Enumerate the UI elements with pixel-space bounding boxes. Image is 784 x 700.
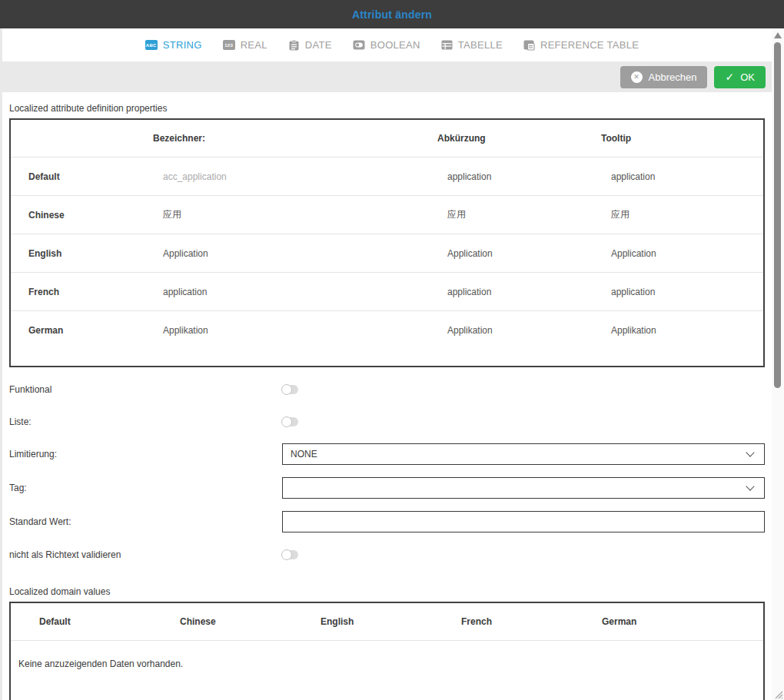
- abkuerzung-cell[interactable]: application: [436, 171, 600, 182]
- dialog-title: Attribut ändern: [352, 8, 432, 21]
- column-header-bezeichner: Bezeichner:: [144, 133, 436, 144]
- table-row-default: Default acc_application application appl…: [11, 157, 763, 195]
- action-toolbar: ✕ Abbrechen ✓ OK: [0, 61, 772, 92]
- scroll-up-arrow-icon[interactable]: [774, 32, 782, 38]
- tab-boolean-label: BOOLEAN: [370, 39, 420, 51]
- date-icon: [288, 40, 300, 51]
- abkuerzung-cell[interactable]: 应用: [436, 208, 600, 221]
- tab-real-label: REAL: [241, 39, 267, 51]
- cancel-button[interactable]: ✕ Abbrechen: [620, 66, 708, 88]
- table-row-german: German Applikation Applikation Applikati…: [11, 310, 763, 349]
- domain-values-table: Default Chinese English French German Ke…: [9, 602, 765, 700]
- funktional-row: Funktional: [9, 381, 765, 398]
- toggle-knob: [281, 384, 292, 395]
- limitierung-label: Limitierung:: [9, 449, 282, 459]
- tab-string-label: STRING: [163, 39, 202, 51]
- bezeichner-cell[interactable]: Application: [144, 248, 436, 259]
- reference-table-icon: [523, 40, 535, 51]
- funktional-label: Funktional: [9, 384, 282, 395]
- cancel-button-label: Abbrechen: [649, 71, 697, 83]
- table-row-english: English Application Application Applicat…: [11, 234, 763, 272]
- ok-button[interactable]: ✓ OK: [714, 66, 766, 88]
- chevron-down-icon: [746, 482, 754, 490]
- tooltip-cell[interactable]: 应用: [600, 208, 763, 221]
- attribute-dialog: Attribut ändern ABC STRING 123 REAL DATE…: [0, 0, 784, 700]
- funktional-toggle[interactable]: [282, 385, 298, 394]
- tooltip-cell[interactable]: Applikation: [600, 325, 763, 336]
- language-label: Default: [11, 171, 144, 182]
- standard-wert-input[interactable]: [282, 511, 765, 532]
- dialog-titlebar: Attribut ändern: [0, 0, 784, 28]
- language-label: French: [11, 287, 144, 297]
- domain-table-header: Default Chinese English French German: [11, 603, 763, 641]
- limitierung-row: Limitierung: NONE: [9, 443, 765, 465]
- bezeichner-cell[interactable]: Applikation: [144, 325, 436, 336]
- dialog-left-edge: [0, 28, 2, 700]
- column-header-chinese: Chinese: [151, 616, 292, 627]
- tab-bar: ABC STRING 123 REAL DATE BOOLEAN TABELLE: [0, 28, 784, 61]
- tooltip-cell[interactable]: application: [600, 171, 763, 182]
- resize-grip-icon[interactable]: [772, 688, 783, 699]
- tab-date[interactable]: DATE: [288, 39, 332, 51]
- column-header-tooltip: Tooltip: [600, 133, 763, 144]
- column-header-abkuerzung: Abkürzung: [436, 133, 600, 144]
- language-label: Chinese: [11, 210, 144, 221]
- tab-tabelle-label: TABELLE: [458, 39, 503, 51]
- table-filler: [11, 349, 763, 366]
- domain-section-label: Localized domain values: [9, 586, 765, 597]
- scrollbar-thumb[interactable]: [774, 42, 781, 388]
- cancel-circle-icon: ✕: [631, 71, 643, 83]
- tab-date-label: DATE: [305, 39, 332, 51]
- bezeichner-cell[interactable]: acc_application: [144, 171, 436, 182]
- liste-label: Liste:: [9, 416, 282, 427]
- liste-toggle[interactable]: [282, 417, 298, 426]
- abkuerzung-cell[interactable]: Applikation: [436, 325, 600, 336]
- abkuerzung-cell[interactable]: Application: [436, 248, 600, 259]
- richtext-toggle[interactable]: [282, 550, 298, 559]
- language-label: English: [11, 248, 144, 259]
- properties-section-label: Localized attribute definition propertie…: [9, 103, 765, 114]
- column-header-default: Default: [11, 616, 151, 627]
- table-row-french: French application application applicati…: [11, 272, 763, 310]
- limitierung-selected-value: NONE: [291, 449, 317, 459]
- table-row-chinese: Chinese 应用 应用 应用: [11, 195, 763, 234]
- chevron-down-icon: [746, 448, 754, 456]
- tag-label: Tag:: [9, 483, 282, 493]
- tab-reference-table-label: REFERENCE TABLE: [540, 39, 639, 51]
- limitierung-select[interactable]: NONE: [282, 443, 765, 465]
- column-header-german: German: [573, 616, 714, 627]
- tab-real[interactable]: 123 REAL: [223, 39, 267, 51]
- properties-table-header: Bezeichner: Abkürzung Tooltip: [11, 120, 763, 157]
- bezeichner-cell[interactable]: application: [144, 287, 436, 297]
- numeric-badge-icon: 123: [223, 40, 235, 50]
- language-label: German: [11, 325, 144, 336]
- tab-reference-table[interactable]: REFERENCE TABLE: [523, 39, 639, 51]
- toggle-knob: [281, 416, 292, 427]
- bezeichner-cell[interactable]: 应用: [144, 208, 436, 221]
- tab-boolean[interactable]: BOOLEAN: [353, 39, 420, 51]
- properties-table: Bezeichner: Abkürzung Tooltip Default ac…: [9, 118, 765, 367]
- tag-select[interactable]: [282, 477, 765, 499]
- liste-row: Liste:: [9, 413, 765, 430]
- ok-button-label: OK: [740, 71, 755, 83]
- toggle-knob: [281, 549, 292, 560]
- tag-row: Tag:: [9, 477, 765, 499]
- tooltip-cell[interactable]: application: [600, 287, 763, 297]
- standard-wert-label: Standard Wert:: [9, 516, 282, 527]
- standard-wert-row: Standard Wert:: [9, 511, 765, 532]
- vertical-scrollbar[interactable]: [772, 28, 784, 700]
- column-header-french: French: [433, 616, 573, 627]
- boolean-icon: [353, 40, 365, 50]
- tab-string[interactable]: ABC STRING: [145, 39, 202, 51]
- tooltip-cell[interactable]: Application: [600, 248, 763, 259]
- dialog-content: Localized attribute definition propertie…: [0, 103, 772, 700]
- tab-tabelle[interactable]: TABELLE: [441, 39, 503, 51]
- abkuerzung-cell[interactable]: application: [436, 287, 600, 297]
- column-header-english: English: [292, 616, 433, 627]
- richtext-row: nicht als Richtext validieren: [9, 546, 765, 563]
- empty-data-message: Keine anzuzeigenden Daten vorhanden.: [11, 641, 763, 669]
- check-icon: ✓: [725, 71, 734, 82]
- richtext-label: nicht als Richtext validieren: [9, 549, 282, 560]
- table-icon: [441, 40, 453, 50]
- abc-badge-icon: ABC: [145, 40, 158, 50]
